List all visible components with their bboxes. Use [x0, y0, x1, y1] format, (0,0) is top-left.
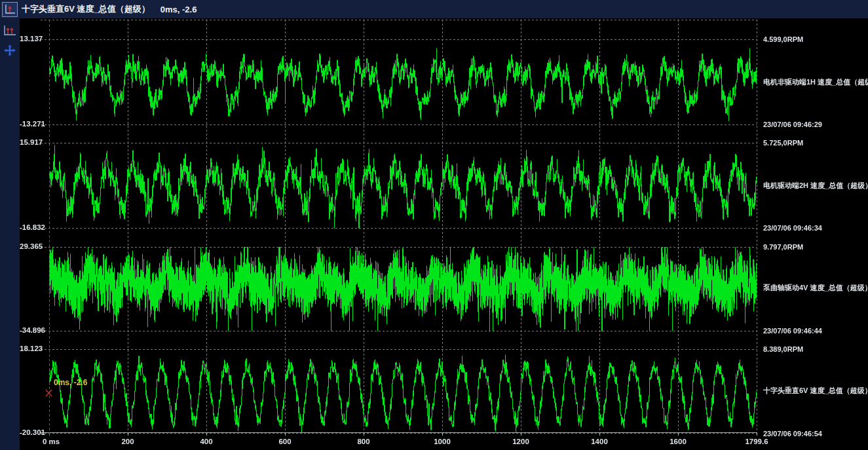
title-cursor-readout: 0ms, -2.6: [160, 5, 197, 14]
waveform-plot-area: 13.137 -13.271 4.599,0RPM 电机非驱动端1H 速度_总值…: [20, 18, 868, 450]
x-tick-label: 200: [121, 437, 134, 446]
y-min-label: -16.832: [20, 223, 39, 232]
x-tick-label: 600: [278, 437, 291, 446]
channel-name-label: 泵曲轴驱动4V 速度_总值（超级）: [763, 283, 868, 292]
title-bar: 十字头垂直6V 速度_总值（超级） 0ms, -2.6: [0, 0, 868, 18]
y-max-label: 29.365: [20, 242, 39, 251]
rpm-label: 4.599,0RPM: [763, 35, 803, 44]
y-min-label: -20.301: [20, 428, 39, 437]
rpm-label: 8.389,0RPM: [763, 345, 803, 354]
pan-tool-button[interactable]: [2, 43, 18, 58]
toolbar-sidebar: [0, 18, 20, 450]
single-cursor-icon: [4, 4, 16, 15]
timestamp-label: 23/07/06 09:46:29: [763, 120, 822, 129]
waveform-canvas[interactable]: [20, 18, 868, 450]
channel-name-label: 十字头垂直6V 速度_总值（超级）: [763, 386, 868, 395]
x-tick-label: 1200: [512, 437, 529, 446]
y-min-label: -34.896: [20, 326, 39, 335]
cursor-annotation: 0ms, -2.6: [54, 378, 87, 387]
vibration-analysis-window: 十字头垂直6V 速度_总值（超级） 0ms, -2.6 13.137 -13.2…: [0, 0, 868, 450]
x-tick-label: 1600: [670, 437, 687, 446]
channel-name-label: 电机非驱动端1H 速度_总值（超级）: [763, 77, 868, 86]
channel-name-label: 电机驱动端2H 速度_总值（超级）: [763, 181, 868, 190]
multi-cursor-tool-button[interactable]: [2, 24, 18, 38]
x-tick-label: 1799.6: [745, 437, 768, 446]
y-max-label: 15.917: [20, 138, 39, 147]
x-tick-label: 1000: [434, 437, 451, 446]
rpm-label: 5.725,0RPM: [763, 138, 803, 147]
window-title: 十字头垂直6V 速度_总值（超级）: [22, 3, 150, 15]
y-max-label: 18.123: [20, 344, 39, 353]
y-max-label: 13.137: [20, 34, 39, 43]
timestamp-label: 23/07/06 09:46:54: [763, 429, 822, 438]
pan-icon: [3, 44, 16, 57]
y-min-label: -13.271: [20, 119, 39, 128]
x-tick-label: 0 ms: [43, 437, 60, 446]
single-cursor-tool-button[interactable]: [2, 2, 18, 17]
timestamp-label: 23/07/06 09:46:44: [763, 326, 822, 335]
timestamp-label: 23/07/06 09:46:34: [763, 223, 822, 233]
x-tick-label: 800: [357, 437, 369, 446]
x-tick-label: 1400: [591, 437, 608, 446]
x-tick-label: 400: [200, 437, 212, 446]
rpm-label: 9.797,0RPM: [763, 242, 803, 252]
multi-cursor-icon: [3, 25, 16, 37]
